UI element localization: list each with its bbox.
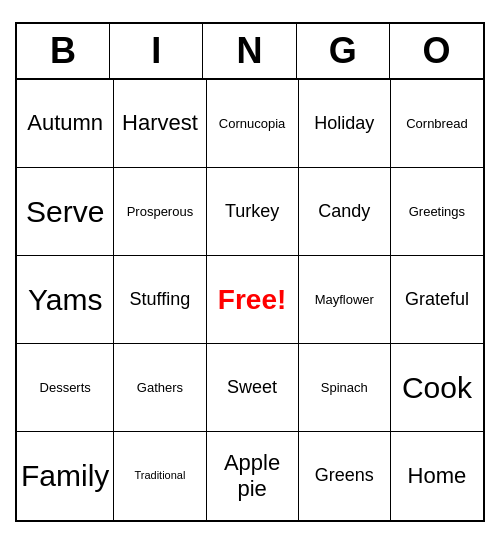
cell-text: Gathers [137,380,183,396]
cell-text: Stuffing [130,289,191,311]
bingo-card: BINGO AutumnHarvestCornucopiaHolidayCorn… [15,22,485,522]
bingo-cell: Spinach [299,344,391,432]
cell-text: Candy [318,201,370,223]
cell-text: Traditional [134,469,185,482]
cell-text: Grateful [405,289,469,311]
cell-text: Mayflower [315,292,374,308]
header-letter: N [203,24,296,78]
bingo-cell: Home [391,432,483,520]
bingo-cell: Turkey [207,168,299,256]
bingo-cell: Greetings [391,168,483,256]
cell-text: Prosperous [127,204,193,220]
bingo-cell: Grateful [391,256,483,344]
bingo-cell: Prosperous [114,168,206,256]
cell-text: Holiday [314,113,374,135]
cell-text: Turkey [225,201,279,223]
bingo-cell: Family [17,432,114,520]
cell-text: Family [21,458,109,494]
header-letter: G [297,24,390,78]
cell-text: Greetings [409,204,465,220]
bingo-cell: Desserts [17,344,114,432]
cell-text: Harvest [122,110,198,136]
header-letter: B [17,24,110,78]
bingo-cell: Cook [391,344,483,432]
bingo-grid: AutumnHarvestCornucopiaHolidayCornbreadS… [17,80,483,520]
bingo-cell: Gathers [114,344,206,432]
bingo-cell: Autumn [17,80,114,168]
bingo-cell: Sweet [207,344,299,432]
cell-text: Desserts [40,380,91,396]
cell-text: Spinach [321,380,368,396]
header-letter: O [390,24,483,78]
bingo-cell: Stuffing [114,256,206,344]
cell-text: Cook [402,370,472,406]
bingo-cell: Cornucopia [207,80,299,168]
bingo-cell: Holiday [299,80,391,168]
bingo-cell: Serve [17,168,114,256]
bingo-cell: Free! [207,256,299,344]
cell-text: Greens [315,465,374,487]
cell-text: Apple pie [211,450,294,503]
cell-text: Serve [26,194,104,230]
bingo-cell: Greens [299,432,391,520]
bingo-cell: Candy [299,168,391,256]
bingo-cell: Cornbread [391,80,483,168]
bingo-cell: Mayflower [299,256,391,344]
bingo-header: BINGO [17,24,483,80]
cell-text: Cornbread [406,116,467,132]
cell-text: Yams [28,282,102,318]
cell-text: Free! [218,283,286,317]
bingo-cell: Yams [17,256,114,344]
bingo-cell: Harvest [114,80,206,168]
cell-text: Cornucopia [219,116,286,132]
cell-text: Sweet [227,377,277,399]
bingo-cell: Apple pie [207,432,299,520]
bingo-cell: Traditional [114,432,206,520]
cell-text: Home [408,463,467,489]
header-letter: I [110,24,203,78]
cell-text: Autumn [27,110,103,136]
